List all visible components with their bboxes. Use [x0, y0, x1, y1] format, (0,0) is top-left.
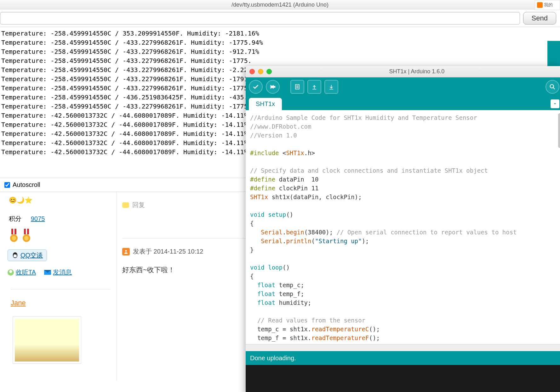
svg-point-12 [125, 250, 127, 251]
tab-menu-button[interactable] [551, 99, 559, 108]
svg-point-11 [15, 254, 16, 255]
new-button[interactable] [290, 80, 304, 94]
ide-tab[interactable]: SHT1x [249, 98, 282, 110]
ide-status-bar: Done uploading. [246, 351, 560, 365]
browser-tab-corner[interactable]: 我的 [535, 0, 560, 10]
qq-chat-label: QQ交谈 [20, 251, 43, 260]
arduino-ide-window: SHT1x | Arduino 1.6.0 SHT1x //Arduino Sa… [246, 66, 560, 392]
svg-point-10 [14, 254, 15, 255]
open-button[interactable] [307, 80, 321, 94]
medal-icon [21, 229, 32, 243]
save-button[interactable] [324, 80, 338, 94]
svg-rect-5 [27, 229, 29, 234]
avatar[interactable] [13, 316, 81, 364]
serial-monitor-input-row: Send [0, 9, 560, 27]
close-icon[interactable] [249, 69, 255, 74]
code-scroll-thumb[interactable] [558, 113, 560, 148]
code-editor[interactable]: //Arduino Sample Code for SHT1x Humidity… [246, 110, 560, 344]
send-message-link[interactable]: 发消息 [44, 268, 72, 277]
score-value[interactable]: 9075 [31, 215, 45, 222]
svg-rect-1 [14, 229, 16, 234]
svg-point-9 [14, 255, 17, 257]
corner-tab-label: 我的 [544, 2, 553, 8]
serial-monitor-title: /dev/tty.usbmodem1421 (Arduino Uno) [231, 2, 329, 8]
ide-console[interactable] [246, 365, 560, 392]
ide-divider [246, 344, 560, 351]
forum-sidebar: 😊🌙⭐ 积分 9075 QQ交谈 收听TA 发消息 Jane [0, 192, 117, 381]
ide-title-bar[interactable]: SHT1x | Arduino 1.6.0 [246, 66, 560, 77]
qq-icon [12, 252, 19, 259]
follow-icon [8, 269, 14, 276]
send-button[interactable]: Send [523, 12, 556, 25]
ide-title: SHT1x | Arduino 1.6.0 [275, 68, 559, 75]
envelope-icon [44, 270, 51, 275]
taobao-icon [537, 2, 543, 8]
serial-monitor-title-bar: /dev/tty.usbmodem1421 (Arduino Uno) [0, 0, 560, 9]
avatar-image [15, 319, 79, 361]
score-row: 积分 9075 [9, 215, 111, 223]
follow-label: 收听TA [16, 268, 36, 277]
qq-chat-button[interactable]: QQ交谈 [8, 249, 47, 261]
autoscroll-checkbox[interactable] [4, 182, 10, 188]
medal-row [8, 229, 111, 243]
svg-point-7 [24, 236, 29, 240]
person-icon [122, 248, 130, 255]
svg-point-21 [550, 85, 554, 88]
svg-rect-0 [11, 229, 13, 234]
reply-label: 回复 [132, 201, 145, 209]
poster-name[interactable]: Jane [11, 289, 111, 307]
svg-point-3 [12, 236, 16, 240]
reply-bubble-icon [122, 202, 129, 208]
minimize-icon[interactable] [258, 69, 263, 74]
ide-status-text: Done uploading. [250, 355, 296, 362]
svg-rect-4 [24, 229, 26, 234]
emoji-row: 😊🌙⭐ [9, 196, 111, 204]
serial-monitor-button[interactable] [546, 80, 559, 94]
message-label: 发消息 [53, 268, 72, 277]
upload-button[interactable] [266, 80, 280, 94]
maximize-icon[interactable] [266, 69, 272, 74]
code-scrollbar[interactable] [558, 113, 560, 340]
score-label: 积分 [9, 215, 21, 223]
post-meta-text: 发表于 2014-11-25 10:12 [133, 247, 203, 256]
verify-button[interactable] [249, 80, 263, 94]
traffic-lights [249, 69, 272, 74]
serial-input[interactable] [0, 12, 520, 25]
follow-ta-link[interactable]: 收听TA [8, 268, 36, 277]
autoscroll-label: Autoscroll [13, 181, 40, 188]
ide-toolbar [246, 77, 560, 96]
ide-tab-row: SHT1x [246, 96, 560, 110]
follow-row: 收听TA 发消息 [8, 268, 111, 277]
medal-icon [8, 229, 20, 243]
